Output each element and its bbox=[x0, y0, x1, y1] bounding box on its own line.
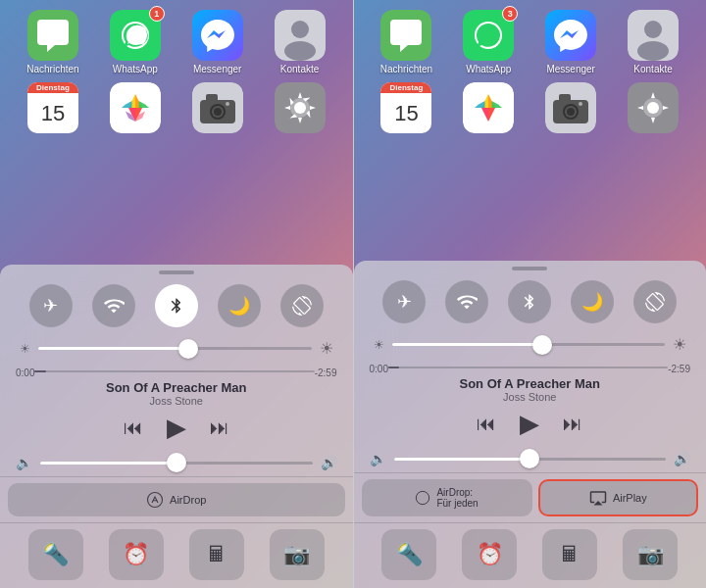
drag-bar-right bbox=[512, 267, 547, 270]
brightness-track-right[interactable] bbox=[392, 343, 666, 346]
camera-icon-right[interactable] bbox=[545, 82, 596, 133]
music-progress-fill-left bbox=[34, 370, 45, 372]
rewind-button-right[interactable]: ⏮ bbox=[477, 413, 496, 435]
airdrop-button-left[interactable]: AirDrop bbox=[8, 483, 345, 516]
music-artist-right: Joss Stone bbox=[370, 391, 691, 403]
play-button-right[interactable]: ▶ bbox=[520, 409, 539, 439]
control-center-left: ✈ 🌙 ☀ bbox=[0, 265, 353, 588]
calendar-icon-left[interactable]: Dienstag 15 bbox=[27, 82, 78, 133]
svg-point-14 bbox=[226, 102, 229, 106]
wifi-toggle-right[interactable] bbox=[445, 280, 488, 323]
nachrichten-label-left: Nachrichten bbox=[26, 64, 78, 74]
calculator-button-right[interactable]: 🖩 bbox=[542, 529, 597, 580]
settings-icon-right[interactable] bbox=[628, 82, 679, 133]
svg-point-25 bbox=[637, 41, 669, 61]
volume-max-icon-right: 🔊 bbox=[674, 451, 690, 466]
flashlight-button-left[interactable]: 🔦 bbox=[28, 529, 83, 580]
app-photos-right bbox=[453, 82, 524, 133]
drag-handle-right bbox=[354, 261, 707, 274]
contacts-icon-right[interactable] bbox=[628, 10, 679, 61]
volume-track-left[interactable] bbox=[40, 462, 313, 465]
moon-toggle-left[interactable]: 🌙 bbox=[218, 284, 261, 327]
volume-min-icon-left: 🔈 bbox=[16, 455, 32, 470]
airplay-button-right[interactable]: AirPlay bbox=[538, 479, 698, 516]
svg-rect-29 bbox=[559, 94, 571, 102]
home-icons-row2-right: Dienstag 15 bbox=[354, 78, 707, 133]
bluetooth-toggle-left[interactable] bbox=[155, 284, 198, 327]
brightness-max-icon-left: ☀ bbox=[320, 339, 333, 358]
volume-thumb-left[interactable] bbox=[167, 453, 186, 472]
music-section-left: 0:00 -2:59 Son Of A Preacher Man Joss St… bbox=[0, 364, 353, 455]
photos-icon-right[interactable] bbox=[463, 82, 514, 133]
brightness-min-icon-right: ☀ bbox=[374, 338, 384, 352]
music-section-right: 0:00 -2:59 Son Of A Preacher Man Joss St… bbox=[354, 360, 707, 451]
rotation-toggle-right[interactable] bbox=[633, 280, 677, 323]
volume-row-left: 🔈 🔊 bbox=[0, 455, 353, 476]
volume-thumb-right[interactable] bbox=[520, 449, 539, 468]
app-camera-right bbox=[535, 82, 606, 133]
flashlight-button-right[interactable]: 🔦 bbox=[381, 529, 436, 580]
wifi-toggle-left[interactable] bbox=[92, 284, 135, 327]
app-settings-left bbox=[265, 82, 335, 133]
timer-button-left[interactable]: ⏰ bbox=[109, 529, 164, 580]
left-panel: Nachrichten 1 WhatsApp bbox=[0, 0, 353, 588]
volume-fill-left bbox=[40, 462, 176, 465]
airdrop-label-right: AirDrop:Für jeden bbox=[436, 487, 478, 509]
brightness-track-left[interactable] bbox=[38, 347, 312, 350]
brightness-min-icon-left: ☀ bbox=[20, 342, 30, 356]
cal-day-left: 15 bbox=[27, 93, 78, 133]
messenger-icon-left[interactable] bbox=[192, 10, 243, 61]
music-controls-right: ⏮ ▶ ⏭ bbox=[370, 409, 691, 439]
airplay-label-right: AirPlay bbox=[613, 492, 647, 504]
control-center-right: ✈ 🌙 ☀ bbox=[354, 261, 707, 588]
app-kontakte-right: Kontakte bbox=[618, 10, 688, 74]
photos-icon-left[interactable] bbox=[110, 82, 161, 133]
volume-track-right[interactable] bbox=[394, 458, 667, 461]
brightness-row-left: ☀ ☀ bbox=[0, 333, 353, 364]
camera-icon-left[interactable] bbox=[192, 82, 243, 133]
timer-button-right[interactable]: ⏰ bbox=[462, 529, 517, 580]
calculator-button-left[interactable]: 🖩 bbox=[189, 529, 244, 580]
music-remaining-time-right: -2:59 bbox=[668, 364, 690, 374]
messenger-icon-right[interactable] bbox=[545, 10, 596, 61]
svg-point-13 bbox=[214, 108, 222, 116]
music-progress-bar-left[interactable] bbox=[34, 370, 314, 372]
camera-button-left[interactable]: 📷 bbox=[270, 529, 325, 580]
volume-row-right: 🔈 🔊 bbox=[354, 451, 707, 472]
svg-point-36 bbox=[647, 102, 659, 114]
brightness-max-icon-right: ☀ bbox=[673, 335, 686, 354]
svg-point-5 bbox=[291, 21, 309, 38]
airdrop-button-right[interactable]: AirDrop:Für jeden bbox=[362, 479, 532, 516]
contacts-icon-left[interactable] bbox=[275, 10, 326, 61]
airdrop-airplay-row-right: AirDrop:Für jeden AirPlay bbox=[362, 479, 699, 516]
fast-forward-button-left[interactable]: ⏭ bbox=[210, 416, 229, 439]
whatsapp-icon-left[interactable]: 1 bbox=[110, 10, 161, 61]
bluetooth-toggle-right[interactable] bbox=[508, 280, 551, 323]
whatsapp-icon-right[interactable]: 3 bbox=[463, 10, 514, 61]
quick-actions-right: 🔦 ⏰ 🖩 📷 bbox=[354, 522, 707, 588]
moon-toggle-right[interactable]: 🌙 bbox=[571, 280, 614, 323]
cal-header-left: Dienstag bbox=[27, 82, 78, 93]
music-progress-bar-right[interactable] bbox=[388, 367, 668, 368]
camera-button-right[interactable]: 📷 bbox=[623, 529, 678, 580]
brightness-thumb-right[interactable] bbox=[532, 335, 552, 355]
svg-point-17 bbox=[294, 102, 306, 114]
airplane-toggle-right[interactable]: ✈ bbox=[382, 280, 426, 323]
rewind-button-left[interactable]: ⏮ bbox=[124, 416, 143, 439]
airplane-toggle-left[interactable]: ✈ bbox=[29, 284, 73, 327]
messages-icon-right[interactable] bbox=[380, 10, 431, 61]
app-messenger-right: Messenger bbox=[535, 10, 606, 74]
svg-point-33 bbox=[579, 102, 582, 106]
brightness-thumb-left[interactable] bbox=[178, 339, 198, 359]
calendar-icon-right[interactable]: Dienstag 15 bbox=[380, 82, 431, 133]
bottom-section-right: AirDrop:Für jeden AirPlay bbox=[354, 472, 707, 522]
messages-icon-left[interactable] bbox=[27, 10, 78, 61]
app-calendar-right: Dienstag 15 bbox=[371, 82, 441, 133]
settings-icon-left[interactable] bbox=[275, 82, 326, 133]
svg-point-32 bbox=[567, 108, 575, 116]
volume-max-icon-left: 🔊 bbox=[321, 455, 337, 470]
rotation-toggle-left[interactable] bbox=[280, 284, 324, 327]
play-button-left[interactable]: ▶ bbox=[167, 413, 186, 443]
toggle-row-left: ✈ 🌙 bbox=[0, 278, 353, 333]
fast-forward-button-right[interactable]: ⏭ bbox=[563, 413, 582, 435]
